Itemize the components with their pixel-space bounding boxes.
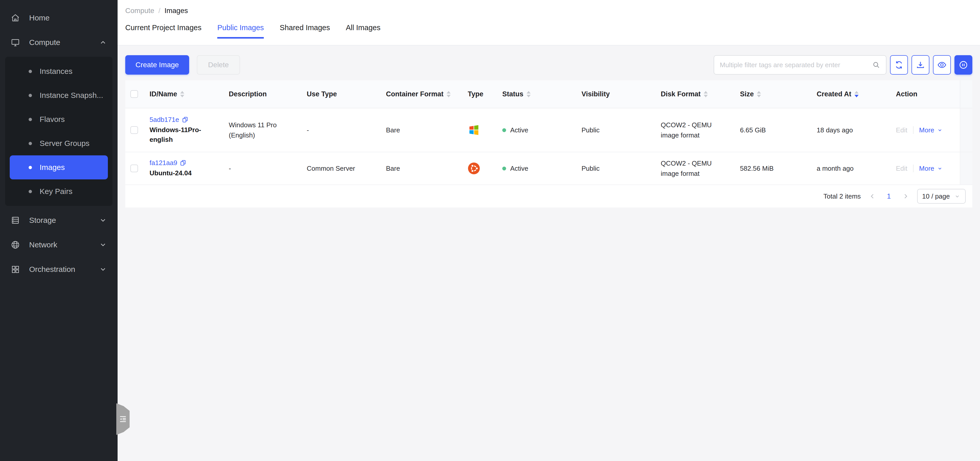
sidebar: Home Compute Instances Instance Snapsh..… (0, 0, 118, 461)
image-visibility: Public (576, 108, 655, 152)
sort-icon[interactable] (757, 91, 761, 97)
image-disk-format: QCOW2 - QEMU image format (661, 158, 725, 179)
magnifier-icon (872, 61, 880, 69)
sidebar-item-label: Flavors (40, 115, 65, 124)
row-checkbox[interactable] (130, 126, 138, 134)
sidebar-item-key-pairs[interactable]: Key Pairs (10, 180, 108, 203)
page-size-select[interactable]: 10 / page (917, 189, 966, 203)
edit-action[interactable]: Edit (896, 126, 907, 134)
copy-icon[interactable] (180, 159, 186, 166)
server-icon (11, 216, 20, 225)
table-row: 5adb171e Windows-11Pro-english Windows 1… (125, 108, 972, 152)
chevron-up-icon (99, 38, 107, 46)
sidebar-item-label: Instances (40, 67, 72, 76)
sidebar-item-instance-snapshots[interactable]: Instance Snapsh... (10, 83, 108, 107)
status-text: Active (510, 165, 528, 172)
image-container-format: Bare (381, 152, 463, 184)
sidebar-item-storage[interactable]: Storage (0, 208, 118, 232)
select-all-checkbox[interactable] (130, 90, 138, 98)
column-header-description: Description (224, 80, 302, 108)
sidebar-item-instances[interactable]: Instances (10, 59, 108, 83)
tab-all-images[interactable]: All Images (346, 24, 380, 38)
image-disk-format: QCOW2 - QEMU image format (661, 120, 725, 141)
sidebar-item-label: Home (29, 14, 49, 22)
row-checkbox[interactable] (130, 165, 138, 172)
prev-page-button[interactable] (869, 192, 876, 200)
sidebar-item-network[interactable]: Network (0, 232, 118, 257)
bullet-icon (29, 166, 32, 169)
auto-refresh-button[interactable] (955, 55, 972, 75)
monitor-icon (11, 38, 20, 47)
sidebar-item-label: Network (29, 240, 57, 249)
edit-action[interactable]: Edit (896, 165, 907, 172)
status-text: Active (510, 126, 528, 134)
sidebar-item-label: Server Groups (40, 139, 89, 148)
column-header-container-format[interactable]: Container Format (381, 80, 463, 108)
column-header-id-name[interactable]: ID/Name (145, 80, 224, 108)
sort-icon[interactable] (704, 91, 708, 97)
more-action[interactable]: More (919, 126, 943, 134)
column-header-size[interactable]: Size (735, 80, 811, 108)
eye-icon (937, 60, 947, 70)
more-action[interactable]: More (919, 165, 943, 172)
chevron-down-icon (937, 127, 943, 133)
breadcrumb-separator: / (159, 6, 161, 15)
image-size: 6.65 GiB (735, 108, 811, 152)
tab-shared-images[interactable]: Shared Images (280, 24, 330, 38)
sort-icon[interactable] (854, 91, 859, 97)
compute-submenu: Instances Instance Snapsh... Flavors Ser… (5, 57, 113, 206)
download-button[interactable] (912, 55, 929, 75)
arrow-into-tray-icon (916, 60, 925, 70)
column-header-type: Type (463, 80, 497, 108)
bullet-icon (29, 70, 32, 73)
toolbar: Create Image Delete (125, 55, 972, 75)
sidebar-item-server-groups[interactable]: Server Groups (10, 131, 108, 155)
column-header-disk-format[interactable]: Disk Format (655, 80, 735, 108)
filter-search[interactable] (714, 55, 886, 75)
column-header-visibility: Visibility (576, 80, 655, 108)
sidebar-item-flavors[interactable]: Flavors (10, 107, 108, 131)
sidebar-item-label: Compute (29, 38, 60, 47)
search-input[interactable] (720, 61, 872, 69)
scrollbar-gutter (960, 152, 972, 184)
tab-current-project-images[interactable]: Current Project Images (125, 24, 201, 38)
image-description: - (224, 152, 302, 184)
page-number[interactable]: 1 (884, 192, 894, 200)
chevron-down-icon (99, 241, 107, 249)
image-id-link[interactable]: 5adb171e (150, 116, 179, 124)
tab-public-images[interactable]: Public Images (217, 24, 264, 38)
grid-icon (11, 265, 20, 274)
sort-icon[interactable] (180, 91, 184, 97)
image-visibility: Public (576, 152, 655, 184)
sidebar-item-compute[interactable]: Compute (0, 30, 118, 55)
breadcrumb-compute[interactable]: Compute (125, 6, 154, 15)
windows-logo-icon (468, 124, 480, 136)
bullet-icon (29, 118, 32, 121)
sort-icon[interactable] (527, 91, 531, 97)
table-row: fa121aa9 Ubuntu-24.04 - Common Server Ba… (125, 152, 972, 185)
sort-icon[interactable] (447, 91, 451, 97)
sidebar-item-home[interactable]: Home (0, 6, 118, 30)
column-header-status[interactable]: Status (497, 80, 576, 108)
column-visibility-button[interactable] (933, 55, 951, 75)
image-id-link[interactable]: fa121aa9 (150, 159, 177, 167)
action-divider (913, 165, 913, 172)
refresh-button[interactable] (890, 55, 908, 75)
tab-bar: Current Project Images Public Images Sha… (118, 15, 980, 38)
delete-button[interactable]: Delete (197, 55, 240, 75)
column-header-created-at[interactable]: Created At (811, 80, 891, 108)
sidebar-item-images[interactable]: Images (10, 155, 108, 180)
scrollbar-gutter (960, 108, 972, 152)
create-image-button[interactable]: Create Image (125, 55, 189, 75)
image-name: Ubuntu-24.04 (150, 169, 192, 178)
pause-circle-icon (959, 60, 968, 70)
ubuntu-logo-icon (468, 162, 480, 175)
next-page-button[interactable] (902, 192, 910, 200)
scrollbar-gutter (960, 80, 972, 108)
copy-icon[interactable] (182, 116, 188, 123)
sidebar-item-orchestration[interactable]: Orchestration (0, 257, 118, 281)
image-created-at: a month ago (811, 152, 891, 184)
circular-arrows-icon (894, 60, 904, 70)
status-dot-icon (502, 167, 506, 170)
chevron-down-icon (99, 265, 107, 273)
